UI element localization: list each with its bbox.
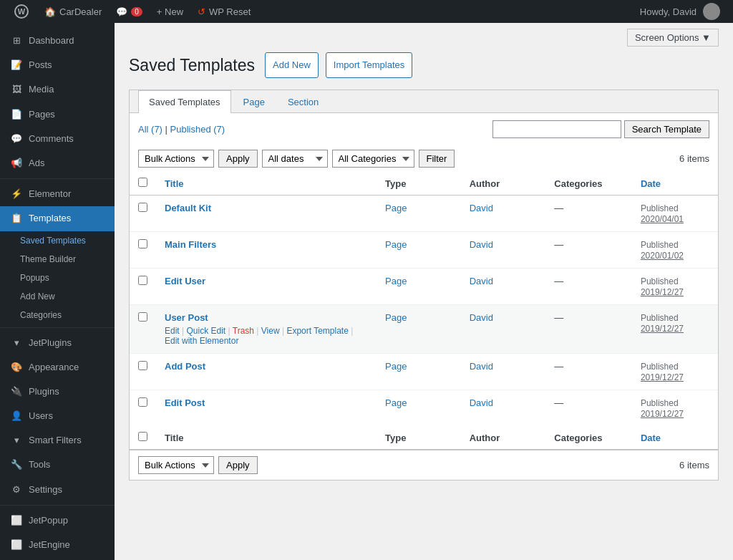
row-categories-cell: — <box>545 390 632 427</box>
sidebar-item-label: Templates <box>29 212 71 225</box>
author-link[interactable]: David <box>470 397 493 408</box>
sidebar-item-appearance[interactable]: 🎨 Appearance <box>0 355 115 380</box>
sidebar-item-tools[interactable]: 🔧 Tools <box>0 453 115 477</box>
edit-with-elementor-action[interactable]: Edit with Elementor <box>165 336 238 346</box>
author-link[interactable]: David <box>470 361 493 372</box>
published-filter-link[interactable]: Published (7) <box>170 124 225 135</box>
screen-options-bar: Screen Options ▼ <box>129 23 719 52</box>
row-title-link[interactable]: User Post <box>165 312 208 323</box>
add-new-button[interactable]: Add New <box>265 52 319 78</box>
row-type-cell: Page <box>377 195 461 232</box>
row-title-link[interactable]: Edit Post <box>165 397 205 408</box>
search-input[interactable] <box>492 120 621 138</box>
wp-reset-item[interactable]: ↺ WP Reset <box>190 0 258 23</box>
sidebar-item-settings[interactable]: ⚙ Settings <box>0 478 115 502</box>
author-link[interactable]: David <box>470 239 493 250</box>
menu-separator-3 <box>0 505 115 506</box>
dashboard-icon: ⊞ <box>10 34 23 47</box>
items-count-top: 6 items <box>679 153 709 164</box>
row-title-link[interactable]: Edit User <box>165 276 205 286</box>
submenu-saved-templates[interactable]: Saved Templates <box>0 231 115 250</box>
export-template-action[interactable]: Export Template <box>286 326 349 336</box>
footer-cb <box>130 426 156 450</box>
sidebar-item-dashboard[interactable]: ⊞ Dashboard <box>0 29 115 53</box>
new-item[interactable]: + New <box>150 0 190 23</box>
sidebar-item-jetengine[interactable]: ⬜ JetEngine <box>0 533 115 557</box>
sidebar-item-pages[interactable]: 📄 Pages <box>0 102 115 127</box>
wp-logo[interactable]: W <box>6 0 37 23</box>
date-filter-select[interactable]: All dates Published <box>262 150 328 168</box>
sidebar-item-comments[interactable]: 💬 Comments <box>0 127 115 151</box>
sidebar-item-users[interactable]: 👤 Users <box>0 404 115 428</box>
sidebar-item-plugins[interactable]: 🔌 Plugins <box>0 380 115 404</box>
search-template-button[interactable]: Search Template <box>624 120 709 138</box>
sidebar-item-label: Tools <box>29 458 50 471</box>
quick-edit-action[interactable]: Quick Edit <box>186 326 225 336</box>
sidebar-item-templates[interactable]: 📋 Templates <box>0 206 115 231</box>
select-all-footer-checkbox[interactable] <box>138 432 147 441</box>
row-checkbox[interactable] <box>138 361 147 370</box>
view-action[interactable]: View <box>261 326 280 336</box>
author-link[interactable]: David <box>470 203 493 213</box>
sidebar-item-elementor[interactable]: ⚡ Elementor <box>0 182 115 206</box>
howdy-item[interactable]: Howdy, David <box>633 0 727 23</box>
tab-saved-templates[interactable]: Saved Templates <box>138 90 231 113</box>
submenu-theme-builder[interactable]: Theme Builder <box>0 250 115 269</box>
footer-categories: Categories <box>545 426 632 450</box>
row-checkbox[interactable] <box>138 239 147 248</box>
footer-date[interactable]: Date <box>632 426 718 450</box>
row-title-link[interactable]: Default Kit <box>165 203 211 213</box>
type-link[interactable]: Page <box>385 397 407 408</box>
bulk-actions-select[interactable]: Bulk Actions Delete <box>138 150 214 168</box>
row-author-cell: David <box>461 305 546 354</box>
sidebar-item-smart-filters[interactable]: ▾ Smart Filters <box>0 428 115 453</box>
date-status: Published <box>641 240 679 250</box>
apply-button-top[interactable]: Apply <box>218 150 258 168</box>
submenu-add-new[interactable]: Add New <box>0 287 115 306</box>
select-all-checkbox[interactable] <box>138 178 147 187</box>
category-filter-select[interactable]: All Categories <box>332 150 414 168</box>
submenu-categories[interactable]: Categories <box>0 306 115 324</box>
type-link[interactable]: Page <box>385 203 407 213</box>
filter-button[interactable]: Filter <box>419 150 455 168</box>
all-filter-link[interactable]: All (7) <box>138 124 162 135</box>
type-link[interactable]: Page <box>385 276 407 286</box>
author-link[interactable]: David <box>470 312 493 323</box>
row-checkbox[interactable] <box>138 397 147 407</box>
screen-options-button[interactable]: Screen Options ▼ <box>627 29 719 47</box>
comments-item[interactable]: 💬 0 <box>109 0 150 23</box>
sidebar-item-label: Settings <box>29 483 62 496</box>
appearance-icon: 🎨 <box>10 361 23 374</box>
row-date-cell: Published 2019/12/27 <box>632 305 718 354</box>
row-checkbox[interactable] <box>138 312 147 322</box>
row-checkbox[interactable] <box>138 276 147 285</box>
sidebar-item-media[interactable]: 🖼 Media <box>0 77 115 102</box>
type-link[interactable]: Page <box>385 361 407 372</box>
tab-page[interactable]: Page <box>233 90 276 113</box>
row-categories-cell: — <box>545 195 632 232</box>
type-link[interactable]: Page <box>385 312 407 323</box>
import-templates-button[interactable]: Import Templates <box>326 52 412 78</box>
bottom-action-bar: Bulk Actions Delete Apply 6 items <box>130 450 718 480</box>
row-title-link[interactable]: Add Post <box>165 361 205 372</box>
site-name-item[interactable]: 🏠 CarDealer <box>37 0 109 23</box>
row-title-link[interactable]: Main Filters <box>165 239 216 250</box>
header-title[interactable]: Title <box>156 172 377 195</box>
items-count-bottom: 6 items <box>679 460 709 470</box>
sidebar-item-jetpopup[interactable]: ⬜ JetPopup <box>0 508 115 533</box>
edit-action[interactable]: Edit <box>165 326 180 336</box>
sidebar-item-ads[interactable]: 📢 Ads <box>0 151 115 175</box>
content-area: Saved Templates Page Section All (7) | P… <box>129 90 719 481</box>
tab-section[interactable]: Section <box>277 90 329 113</box>
sidebar-item-posts[interactable]: 📝 Posts <box>0 53 115 77</box>
trash-action[interactable]: Trash <box>233 326 254 336</box>
header-date[interactable]: Date <box>632 172 718 195</box>
sidebar-item-jetplugins[interactable]: ▾ JetPlugins <box>0 331 115 355</box>
row-type-cell: Page <box>377 305 461 354</box>
bulk-actions-select-bottom[interactable]: Bulk Actions Delete <box>138 456 214 474</box>
apply-button-bottom[interactable]: Apply <box>218 456 258 474</box>
type-link[interactable]: Page <box>385 239 407 250</box>
submenu-popups[interactable]: Popups <box>0 269 115 287</box>
author-link[interactable]: David <box>470 276 493 286</box>
row-checkbox[interactable] <box>138 203 147 212</box>
